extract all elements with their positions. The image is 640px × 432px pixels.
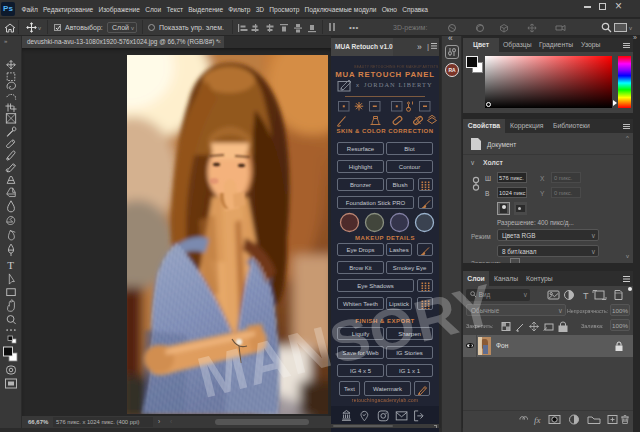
- svg-text:T: T: [583, 291, 589, 301]
- svg-text:fx: fx: [534, 415, 541, 425]
- svg-text:T: T: [7, 259, 14, 271]
